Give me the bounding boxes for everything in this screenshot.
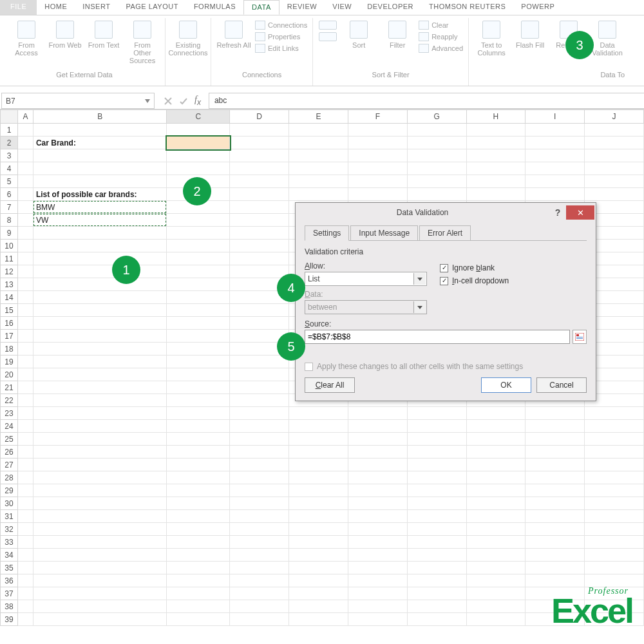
cell[interactable] [467,446,526,459]
cell[interactable] [289,484,348,497]
cell[interactable] [33,549,167,562]
cell[interactable] [289,433,348,446]
cell[interactable] [18,574,33,587]
cell[interactable] [33,368,167,381]
cell[interactable] [585,471,644,484]
row-header[interactable]: 31 [0,510,18,523]
cell[interactable] [467,600,526,613]
cell[interactable] [33,536,167,549]
col-header-h[interactable]: H [467,109,526,124]
cell[interactable] [408,459,467,471]
cell[interactable] [526,124,585,137]
cell[interactable] [526,162,585,175]
formula-input[interactable]: abc [209,93,644,109]
cell[interactable] [289,188,348,201]
cell[interactable] [526,446,585,459]
cell[interactable] [18,587,33,600]
cell[interactable] [18,355,33,368]
cell[interactable] [230,587,289,600]
cell[interactable] [18,330,33,343]
row-header[interactable]: 29 [0,484,18,497]
cell[interactable] [167,497,230,510]
cell[interactable] [167,381,230,394]
cell[interactable] [230,523,289,536]
cell[interactable]: List of possible car brands: [33,188,167,201]
cell[interactable] [348,124,408,137]
from-web-button[interactable]: From Web [48,18,82,49]
cell[interactable] [18,137,33,149]
cell[interactable] [230,471,289,484]
cell[interactable] [167,562,230,574]
cell[interactable] [585,549,644,562]
clear-button[interactable]: Clear [419,21,463,30]
cell[interactable] [289,536,348,549]
cell[interactable] [467,149,526,162]
col-header-g[interactable]: G [408,109,467,124]
cell[interactable] [467,587,526,600]
cell[interactable] [230,265,289,278]
cell[interactable] [167,368,230,381]
tab-formulas[interactable]: FORMULAS [186,0,243,15]
filter-button[interactable]: Filter [380,18,415,49]
cell[interactable] [33,574,167,587]
name-box[interactable]: B7 [1,93,155,109]
cell[interactable] [408,574,467,587]
cell[interactable] [585,497,644,510]
cell[interactable] [230,497,289,510]
cell[interactable] [33,600,167,613]
cell[interactable] [33,613,167,626]
cell[interactable] [33,291,167,304]
cell[interactable] [408,188,467,201]
row-header[interactable]: 33 [0,536,18,549]
tab-powerp[interactable]: POWERP [513,0,562,15]
col-header-a[interactable]: A [18,109,33,124]
cell[interactable] [230,600,289,613]
cell[interactable] [467,510,526,523]
cell[interactable] [33,446,167,459]
cell[interactable] [526,574,585,587]
cell[interactable] [467,562,526,574]
cell[interactable] [467,613,526,626]
ignore-blank-checkbox[interactable]: ✓Ignore blank [440,263,509,272]
cell[interactable] [348,433,408,446]
cell[interactable] [167,433,230,446]
cell[interactable] [230,536,289,549]
cell[interactable] [348,446,408,459]
cell[interactable] [467,420,526,433]
row-header[interactable]: 19 [0,355,18,368]
cell[interactable] [230,433,289,446]
row-header[interactable]: 39 [0,613,18,626]
cell[interactable] [526,471,585,484]
cell[interactable] [167,446,230,459]
existing-connections-button[interactable]: Existing Connections [171,18,205,57]
cell[interactable] [348,613,408,626]
row-header[interactable]: 6 [0,188,18,201]
sort-az-button[interactable] [318,18,337,41]
cell[interactable] [167,304,230,317]
reapply-button[interactable]: Reapply [419,32,463,41]
cell[interactable] [585,188,644,201]
cell[interactable] [585,459,644,471]
cell[interactable] [33,471,167,484]
tab-file[interactable]: FILE [0,0,37,15]
cell[interactable] [230,240,289,252]
cell[interactable] [18,459,33,471]
cell[interactable] [230,420,289,433]
row-header[interactable]: 30 [0,497,18,510]
row-header[interactable]: 2 [0,137,18,149]
cell[interactable] [408,497,467,510]
cell[interactable] [18,227,33,240]
from-access-button[interactable]: From Access [9,18,44,57]
cell[interactable] [408,149,467,162]
cell[interactable] [526,549,585,562]
cell[interactable] [33,523,167,536]
cell[interactable] [18,420,33,433]
cell[interactable] [408,484,467,497]
cell[interactable] [18,433,33,446]
col-header-c[interactable]: C [167,109,230,124]
cell[interactable] [18,368,33,381]
cell[interactable] [408,613,467,626]
cell[interactable] [289,175,348,188]
cell[interactable] [408,600,467,613]
cell[interactable] [408,420,467,433]
